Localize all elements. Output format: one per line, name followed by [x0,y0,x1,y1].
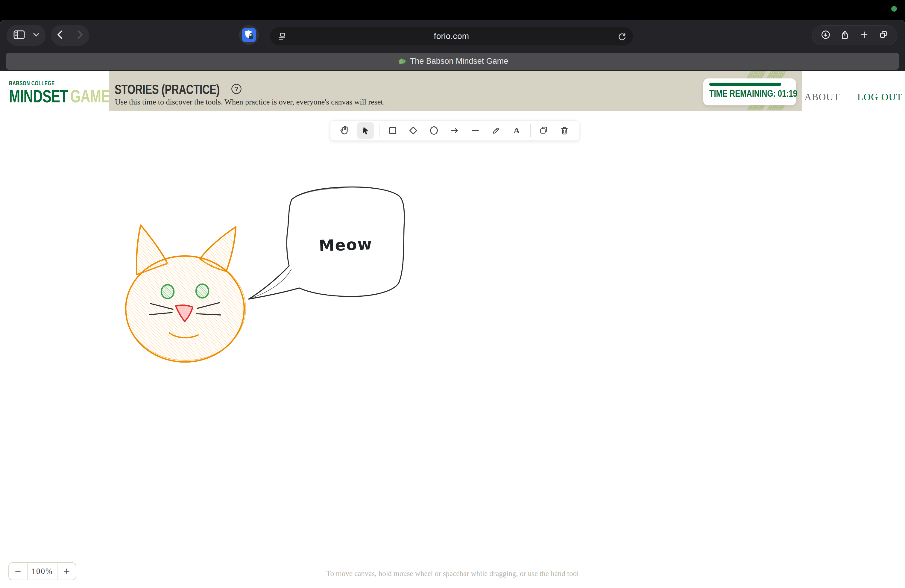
draw-tool-button[interactable] [487,122,504,139]
header-middle: STORIES (PRACTICE) ? Use this time to di… [109,71,802,111]
arrow-icon [449,124,460,137]
toolbar-divider [379,124,379,137]
arrow-tool-button[interactable] [446,122,463,139]
diamond-tool-button[interactable] [405,122,422,139]
timer-label: TIME REMAINING: 01:19 [709,88,797,99]
timer-progress-bar [709,83,781,86]
canvas-hint-text: To move canvas, hold mouse wheel or spac… [0,569,905,578]
chevron-stripe-decoration [746,71,767,78]
canvas-drawing: Meow [0,111,905,588]
trash-icon [559,124,570,137]
reload-icon[interactable] [617,31,627,43]
diamond-icon [407,124,419,137]
logo-college-text: BABSON COLLEGE [9,80,55,86]
logo-mindset-text: MINDSET [9,86,68,106]
delete-button[interactable] [556,122,573,139]
chevron-stripe-decoration [767,105,785,110]
svg-text:?: ? [235,86,238,92]
ellipse-tool-button[interactable] [426,122,442,139]
nav-divider [70,29,70,41]
speech-bubble[interactable]: Meow [249,187,404,299]
share-icon[interactable] [839,29,851,42]
chevron-stripe-decoration [747,105,765,110]
window-actions-group [812,25,897,45]
svg-text:A: A [514,126,520,135]
header-nav: ABOUT LOG OUT [802,71,905,111]
download-icon[interactable] [820,29,832,42]
safari-window: forio.com [0,20,905,588]
screen: forio.com [0,0,905,588]
text-icon: A [511,124,522,137]
address-bar[interactable]: forio.com [270,27,633,46]
logo-game-text: GAME [70,86,110,106]
page-subtitle: Use this time to discover the tools. Whe… [115,98,385,106]
sidebar-icon[interactable] [13,29,26,42]
shield-lock-extension-icon [242,28,256,42]
duplicate-button[interactable] [535,122,552,139]
history-nav-group [51,25,89,46]
zoom-in-button[interactable] [57,563,76,580]
chevron-down-icon[interactable] [33,32,40,39]
ellipse-icon [428,124,440,137]
selection-tool-button[interactable] [357,122,374,139]
plus-icon [63,567,71,575]
tab-overview-icon[interactable] [878,29,889,42]
line-icon [469,124,481,137]
recording-indicator-dot [891,6,897,12]
whiteboard-canvas[interactable]: Meow [0,111,905,588]
timer-card: TIME REMAINING: 01:19 [703,78,796,105]
cat-eye-left[interactable] [161,285,174,299]
cursor-icon [359,124,372,137]
chevron-stripe-decoration [766,71,786,78]
text-tool-button[interactable]: A [508,122,525,139]
rectangle-tool-button[interactable] [384,122,401,139]
back-icon[interactable] [56,29,65,42]
browser-tab[interactable]: The Babson Mindset Game [6,53,899,70]
page-title: STORIES (PRACTICE) [114,82,220,97]
macos-menubar [0,0,905,20]
rectangle-icon [387,124,399,137]
extension-button[interactable] [239,25,259,45]
toolbar-divider [530,124,530,137]
hand-icon [339,124,351,137]
duplicate-icon [538,124,550,137]
sidebar-button-group [6,25,46,46]
babson-logo: BABSON COLLEGE MINDSETGAME [0,71,109,111]
drawing-toolbar: A [330,120,580,141]
speech-text[interactable]: Meow [319,235,373,255]
hand-tool-button[interactable] [337,122,353,139]
puzzle-piece-favicon [397,56,406,67]
line-tool-button[interactable] [467,122,484,139]
tab-title: The Babson Mindset Game [410,57,508,66]
browser-toolbar: forio.com [0,20,905,71]
app-header: BABSON COLLEGE MINDSETGAME STORIES (PRAC… [0,71,905,111]
cat-drawing[interactable] [125,225,246,362]
minus-icon [14,567,22,575]
logout-link[interactable]: LOG OUT [857,92,902,103]
pencil-icon [490,124,502,137]
cat-eye-right[interactable] [196,284,209,298]
forward-icon[interactable] [75,29,84,42]
url-text[interactable]: forio.com [270,27,633,46]
new-tab-icon[interactable] [858,29,870,42]
zoom-control: 100% [8,562,76,580]
help-icon[interactable]: ? [231,83,242,96]
zoom-level-value[interactable]: 100% [27,563,57,580]
zoom-out-button[interactable] [9,563,27,580]
